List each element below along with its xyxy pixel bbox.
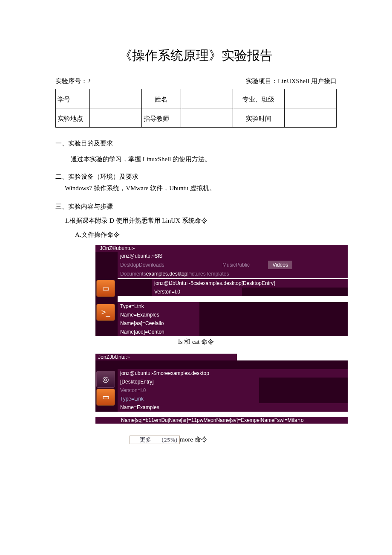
launcher-files-icon: ▭ [96, 280, 115, 297]
terminal-text: Videos [268, 261, 292, 269]
terminal-text: MusicPublic [222, 262, 250, 268]
terminal-title: JonZJbUntu:~ [95, 354, 237, 360]
terminal-screenshot-2: JonZJbUntu:~ ◎ ▭ jonz@ubuntu:-$moreexamp… [95, 354, 348, 424]
launcher-ubuntu-icon: ◎ [96, 371, 115, 388]
cell-time-value [285, 108, 337, 128]
terminal-screenshot-1: JOnZ©ubuntu:- jonz@ubuntu:~$IS DesktopDo… [95, 245, 348, 336]
terminal-line: Documentsexamples.desktopPicturesTemplat… [118, 270, 348, 278]
step-3-A: A.文件操作命令 [75, 231, 337, 239]
caption-ls-cat: Is 和 cat 命令 [55, 338, 337, 346]
terminal-line: Name[aa]=Ceelallo [118, 319, 199, 328]
terminal-line: Verston=I.0 [152, 288, 242, 296]
table-row: 学号 姓名 专业、班级 [56, 89, 337, 108]
page-title: 《操作系统原理》实验报告 [55, 47, 337, 64]
launcher-files-icon: ▭ [96, 389, 115, 406]
cell-teacher-value [181, 108, 233, 128]
cell-name-value [181, 89, 233, 108]
cell-location-label: 实验地点 [56, 108, 90, 128]
more-progress-badge: - - 更多 - - (25%) [130, 436, 180, 444]
section-2-heading: 二、实验设备（环境）及要求 [55, 173, 337, 181]
more-caption: - - 更多 - - (25%)more 命令 [130, 436, 337, 444]
cell-major-value [285, 89, 337, 108]
table-row: 实验地点 指导教师 实验时间 [56, 108, 337, 128]
terminal-line: Name[ace]=Contoh [118, 328, 199, 336]
terminal-line: jonz@ubuntu:~$IS [118, 252, 348, 260]
section-3-heading: 三、实验内容与步骤 [55, 203, 337, 211]
terminal-text: examples.desktop [146, 271, 187, 277]
terminal-title: JOnZ©ubuntu:- [95, 245, 348, 252]
terminal-line: DesktopDownloads MusicPublic Videos [118, 260, 348, 270]
step-3-1: 1.根据课本附录 D 使用并熟悉常用 LinUX 系统命令 [65, 217, 337, 225]
terminal-line: Type=Link [118, 395, 259, 403]
terminal-line: Name=Examples [118, 311, 199, 319]
meta-row: 实验序号：2 实验项目：LinUXShelI 用户接口 [55, 77, 337, 85]
info-table: 学号 姓名 专业、班级 实验地点 指导教师 实验时间 [55, 89, 337, 128]
project-label: 实验项目：LinUXShelI 用户接口 [246, 77, 337, 85]
seq-label: 实验序号：2 [55, 77, 91, 85]
terminal-text: PicturesTemplates [187, 271, 229, 277]
cell-major-label: 专业、班级 [233, 89, 285, 108]
cell-student-id-value [90, 89, 142, 108]
section-2-body: Windows7 操作系统，VMware 软件，Ubuntu 虚拟机。 [65, 184, 337, 192]
terminal-text: DesktopDownloads [120, 262, 164, 268]
terminal-line: [DesktopEntry] [118, 378, 259, 386]
terminal-line: Type=Ltnk [118, 302, 199, 311]
cell-time-label: 实验时间 [233, 108, 285, 128]
section-1-body: 通过本实验的学习，掌握 LinuxShell 的使用方法。 [71, 154, 337, 165]
cell-location-value [90, 108, 142, 128]
cell-name-label: 姓名 [141, 89, 181, 108]
cell-student-id-label: 学号 [56, 89, 90, 108]
more-caption-text: more 命令 [180, 436, 208, 443]
terminal-line: jonz@iJbUntu:~5catexamples.desktop[Deskt… [152, 279, 348, 288]
cell-teacher-label: 指导教师 [141, 108, 181, 128]
terminal-line: Name[sqj=b11emDujNane[sr]=11pwMepnName[s… [95, 417, 348, 424]
terminal-line: jonz@ubuntu:-$moreexamples.desktop [118, 369, 348, 378]
section-1-heading: 一、实验目的及要求 [55, 139, 337, 148]
terminal-line: Name=Examples [118, 403, 348, 412]
terminal-text: Documents [120, 271, 146, 277]
terminal-line: Verston=l.θ [118, 386, 259, 395]
launcher-terminal-icon: >_ [96, 304, 115, 321]
